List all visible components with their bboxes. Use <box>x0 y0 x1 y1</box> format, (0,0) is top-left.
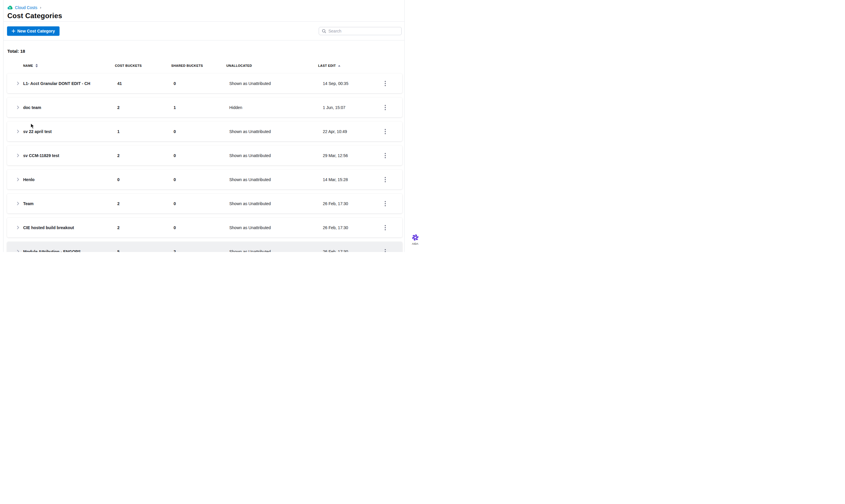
chevron-right-icon <box>16 249 20 252</box>
row-cost-buckets: 2 <box>115 105 171 110</box>
breadcrumb-link-cloud-costs[interactable]: Cloud Costs <box>15 5 37 10</box>
expand-row-control[interactable] <box>7 81 23 86</box>
row-actions-menu-button[interactable] <box>382 151 389 160</box>
column-header-shared-buckets-label: SHARED BUCKETS <box>171 64 203 67</box>
chevron-right-icon <box>16 225 20 230</box>
chevron-right-icon <box>16 81 20 86</box>
row-cost-buckets: 2 <box>115 201 171 206</box>
cost-category-row[interactable]: Henlo 0 0 Shown as Unattributed 14 Mar, … <box>7 170 402 189</box>
row-name: L1- Acct Granular DONT EDIT - CH <box>23 81 115 86</box>
cost-category-row[interactable]: sv CCM-11829 test 2 0 Shown as Unattribu… <box>7 146 402 165</box>
row-name: sv CCM-11829 test <box>23 153 115 158</box>
row-last-edit: 14 Sep, 00:35 <box>318 81 377 86</box>
chevron-right-icon <box>16 105 20 110</box>
expand-row-control[interactable] <box>7 177 23 182</box>
row-actions-menu-button[interactable] <box>382 175 389 184</box>
cost-category-row[interactable]: sv 22 april test 1 0 Shown as Unattribut… <box>7 122 402 141</box>
row-shared-buckets: 0 <box>171 177 226 182</box>
expand-row-control[interactable] <box>7 225 23 230</box>
svg-text:$: $ <box>10 6 11 9</box>
expand-row-control[interactable] <box>7 201 23 206</box>
expand-row-control[interactable] <box>7 129 23 133</box>
column-header-unallocated-label: UNALLOCATED <box>226 64 252 67</box>
column-header-shared-buckets: SHARED BUCKETS <box>171 64 226 67</box>
row-actions-menu-button[interactable] <box>382 79 389 88</box>
expand-row-control[interactable] <box>7 105 23 110</box>
row-shared-buckets: 2 <box>171 249 226 252</box>
aida-label: AIDA <box>412 242 418 245</box>
chevron-right-icon <box>16 153 20 158</box>
cost-category-row[interactable]: Team 2 0 Shown as Unattributed 26 Feb, 1… <box>7 194 402 213</box>
main-content-panel: $ Cloud Costs › Cost Categories New Cost… <box>3 0 405 252</box>
chevron-right-icon <box>16 201 20 206</box>
row-cost-buckets: 41 <box>115 81 171 86</box>
page-header: $ Cloud Costs › Cost Categories <box>3 0 404 22</box>
row-cost-buckets: 0 <box>115 177 171 182</box>
page-title: Cost Categories <box>7 12 401 20</box>
total-count: Total: 18 <box>7 49 404 54</box>
expand-row-control[interactable] <box>7 153 23 158</box>
cost-category-row[interactable]: Module Attribution - ENGOPS 5 2 Shown as… <box>7 242 402 252</box>
row-name: sv 22 april test <box>23 129 115 134</box>
row-last-edit: 26 Feb, 17:30 <box>318 225 377 230</box>
chevron-right-icon <box>16 129 20 133</box>
row-name: doc team <box>23 105 115 110</box>
cost-category-row[interactable]: doc team 2 1 Hidden 1 Jun, 15:07 <box>7 97 402 117</box>
row-actions-menu-button[interactable] <box>382 247 389 252</box>
column-header-name[interactable]: NAME <box>23 64 115 67</box>
column-header-last-edit[interactable]: LAST EDIT <box>318 64 377 67</box>
row-unallocated: Shown as Unattributed <box>226 129 318 134</box>
sort-icon[interactable] <box>35 64 38 67</box>
row-shared-buckets: 0 <box>171 201 226 206</box>
row-name: Henlo <box>23 177 115 182</box>
row-actions-menu-button[interactable] <box>382 199 389 208</box>
expand-row-control[interactable] <box>7 249 23 252</box>
search-box <box>319 27 402 35</box>
row-cost-buckets: 5 <box>115 249 171 252</box>
row-actions-menu-button[interactable] <box>382 223 389 232</box>
search-icon <box>322 29 326 33</box>
row-cost-buckets: 2 <box>115 153 171 158</box>
breadcrumb: $ Cloud Costs › <box>7 5 401 10</box>
column-header-unallocated: UNALLOCATED <box>226 64 318 67</box>
row-unallocated: Shown as Unattributed <box>226 153 318 158</box>
cost-categories-page: $ Cloud Costs › Cost Categories New Cost… <box>0 0 423 252</box>
row-unallocated: Hidden <box>226 105 318 110</box>
row-last-edit: 29 Mar, 12:56 <box>318 153 377 158</box>
cloud-costs-module-icon: $ <box>7 5 13 10</box>
row-shared-buckets: 1 <box>171 105 226 110</box>
row-unallocated: Shown as Unattributed <box>226 177 318 182</box>
aida-icon <box>411 234 419 241</box>
row-last-edit: 14 Mar, 15:28 <box>318 177 377 182</box>
cost-category-row[interactable]: CIE hosted build breakout 2 0 Shown as U… <box>7 218 402 237</box>
cost-category-row[interactable]: L1- Acct Granular DONT EDIT - CH 41 0 Sh… <box>7 74 402 93</box>
plus-icon <box>12 29 15 33</box>
row-name: Module Attribution - ENGOPS <box>23 249 115 252</box>
row-unallocated: Shown as Unattributed <box>226 225 318 230</box>
row-actions-menu-button[interactable] <box>382 127 389 136</box>
sort-asc-icon <box>338 65 340 67</box>
column-header-name-label: NAME <box>23 64 33 67</box>
row-shared-buckets: 0 <box>171 225 226 230</box>
column-header-cost-buckets-label: COST BUCKETS <box>115 64 142 67</box>
row-shared-buckets: 0 <box>171 153 226 158</box>
row-shared-buckets: 0 <box>171 81 226 86</box>
row-last-edit: 22 Apr, 10:49 <box>318 129 377 134</box>
breadcrumb-chevron-icon: › <box>40 5 41 10</box>
row-cost-buckets: 2 <box>115 225 171 230</box>
row-unallocated: Shown as Unattributed <box>226 81 318 86</box>
new-cost-category-button-label: New Cost Category <box>17 29 55 33</box>
row-unallocated: Shown as Unattributed <box>226 201 318 206</box>
row-name: Team <box>23 201 115 206</box>
aida-widget[interactable]: AIDA <box>407 234 423 245</box>
row-name: CIE hosted build breakout <box>23 225 115 230</box>
search-input[interactable] <box>328 29 399 33</box>
new-cost-category-button[interactable]: New Cost Category <box>7 26 59 36</box>
row-last-edit: 1 Jun, 15:07 <box>318 105 377 110</box>
cost-category-list: L1- Acct Granular DONT EDIT - CH 41 0 Sh… <box>7 74 402 252</box>
row-actions-menu-button[interactable] <box>382 103 389 112</box>
column-header-cost-buckets: COST BUCKETS <box>115 64 171 67</box>
table-header-row: NAME COST BUCKETS SHARED BUCKETS UNALLOC… <box>7 64 402 68</box>
row-shared-buckets: 0 <box>171 129 226 134</box>
row-unallocated: Shown as Unattributed <box>226 249 318 252</box>
